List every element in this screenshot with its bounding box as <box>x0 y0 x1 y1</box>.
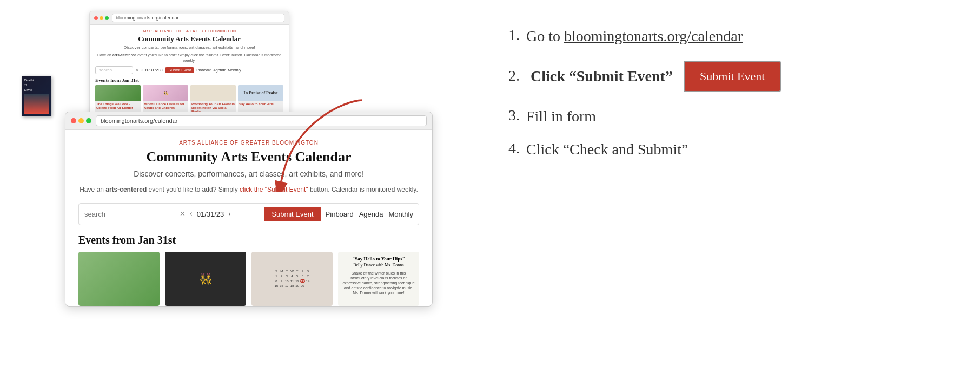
small-browser-content: ARTS ALLIANCE OF GREATER BLOOMINGTON Com… <box>90 25 289 116</box>
small-search-input[interactable]: search <box>95 66 133 74</box>
main-pinboard-btn[interactable]: Pinboard <box>326 210 354 218</box>
cal-d11: 11 <box>290 279 295 283</box>
small-monthly-btn[interactable]: Monthly <box>228 68 241 72</box>
book-cover-text: DeathttoLevia <box>24 78 34 93</box>
small-agenda-btn[interactable]: Agenda <box>213 68 226 72</box>
page-root: bloomingtonarts.org/calendar ARTS ALLIAN… <box>0 0 980 365</box>
small-address-bar[interactable]: bloomingtonarts.org/calendar <box>112 14 284 22</box>
step1-text: Go to bloomingtonarts.org/calendar <box>526 27 743 45</box>
cal-header-f: F <box>300 269 305 273</box>
cal-header-m: M <box>279 269 284 273</box>
cal-d18: 18 <box>290 284 295 288</box>
small-search-bar: search ✕ ‹ 01/31/23 › Submit Event Pinbo… <box>95 66 283 74</box>
main-browser-toolbar: bloomingtonarts.org/calendar <box>65 112 432 130</box>
small-date-nav: ‹ 01/31/23 › <box>141 68 163 73</box>
step4-text: Click “Check and Submit” <box>526 140 688 159</box>
step1-prefix: Go to <box>526 28 564 44</box>
cal-d8: 8 <box>274 279 279 283</box>
instructions-area: 1. Go to bloomingtonarts.org/calendar 2.… <box>498 11 958 159</box>
cal-d4: 4 <box>290 274 295 278</box>
screenshot-area: bloomingtonarts.org/calendar ARTS ALLIAN… <box>22 11 465 307</box>
cal-d2: 2 <box>279 274 284 278</box>
step2-number: 2. <box>508 68 520 84</box>
cal-d6: 6 <box>300 274 305 278</box>
instruction-item-4: 4. Click “Check and Submit” <box>508 140 958 159</box>
cal-d5: 5 <box>295 274 300 278</box>
small-event-card-1: The Things We Love - Upland Plein Air Ex… <box>95 85 141 112</box>
special-card-text: Shake off the winter blues in this intro… <box>342 271 415 295</box>
cal-d13: 13 <box>300 279 305 283</box>
main-events-label: Events from Jan 31st <box>78 234 419 246</box>
main-address-bar[interactable]: bloomingtonarts.org/calendar <box>96 115 427 126</box>
main-clear-icon[interactable]: ✕ <box>180 210 186 218</box>
main-dot-maximize <box>86 118 91 123</box>
main-prev-arrow[interactable]: ‹ <box>190 210 193 218</box>
dot-maximize <box>105 16 109 20</box>
note-arts-centered: arts-centered <box>105 186 147 193</box>
main-view-options: Pinboard Agenda Monthly <box>326 210 413 218</box>
main-org-label: ARTS ALLIANCE OF GREATER BLOOMINGTON <box>78 140 419 146</box>
main-event-card-2: 👯 <box>165 252 246 306</box>
small-pinboard-btn[interactable]: Pinboard <box>196 68 211 72</box>
main-event-card-4: "Say Hello to Your Hips"Belly Dance with… <box>338 252 419 306</box>
step2-label: Click “Submit Event” <box>531 68 673 84</box>
main-next-arrow[interactable]: › <box>228 210 231 218</box>
step3-text: Fill in form <box>526 107 596 126</box>
step3-number: 3. <box>508 107 520 124</box>
step1-number: 1. <box>508 27 520 44</box>
cal-d10: 10 <box>284 279 289 283</box>
main-event-grid: 👯 S M T W T F S 1 2 3 <box>78 252 419 306</box>
small-submit-btn[interactable]: Submit Event <box>165 67 194 73</box>
small-clear-icon[interactable]: ✕ <box>135 68 139 73</box>
main-date-display: 01/31/23 <box>197 210 224 218</box>
cal-d19: 19 <box>295 284 300 288</box>
cal-header-w: W <box>290 269 295 273</box>
note-prefix: Have an <box>80 186 105 193</box>
note-suffix: button. Calendar is monitored weekly. <box>308 186 418 193</box>
small-date-display: 01/31/23 <box>144 68 161 73</box>
small-event-card-3: Promoting Your Art Event in Bloomington … <box>190 85 236 112</box>
cal-header-sa: S <box>306 269 310 273</box>
main-page-subtitle: Discover concerts, performances, art cla… <box>78 170 419 178</box>
main-browser-window: bloomingtonarts.org/calendar ARTS ALLIAN… <box>65 112 433 307</box>
calendar-cells: S M T W T F S 1 2 3 4 5 6 <box>272 267 313 290</box>
main-browser-dots <box>71 118 91 123</box>
small-event-card-2: 👯 Mindful Dance Classes for Adults and C… <box>143 85 188 112</box>
special-card-title: "Say Hello to Your Hips"Belly Dance with… <box>342 256 415 269</box>
main-event-card-3: S M T W T F S 1 2 3 4 5 6 <box>251 252 333 306</box>
main-search-input[interactable] <box>84 210 175 218</box>
cal-d1: 1 <box>274 274 279 278</box>
dot-minimize <box>100 16 103 20</box>
main-page-title: Community Arts Events Calendar <box>78 149 419 165</box>
main-submit-btn[interactable]: Submit Event <box>264 207 321 221</box>
small-browser-dots <box>94 16 109 20</box>
note-click-text: click the "Submit Event" <box>240 186 308 193</box>
small-next-arrow[interactable]: › <box>162 68 163 73</box>
small-prev-arrow[interactable]: ‹ <box>141 68 143 73</box>
instruction-item-1: 1. Go to bloomingtonarts.org/calendar <box>508 27 958 45</box>
small-site-note: Have an arts-centered event you'd like t… <box>95 53 283 63</box>
small-events-label: Events from Jan 31st <box>95 77 283 83</box>
cal-d16: 16 <box>279 284 284 288</box>
cal-d14: 14 <box>306 279 310 283</box>
small-org-label: ARTS ALLIANCE OF GREATER BLOOMINGTON <box>95 29 283 33</box>
submit-event-large-btn[interactable]: Submit Event <box>684 61 781 92</box>
small-event-card-4: In Praise of Praise Say Hello to Your Hi… <box>238 85 283 112</box>
step1-link[interactable]: bloomingtonarts.org/calendar <box>564 28 743 44</box>
small-browser-toolbar: bloomingtonarts.org/calendar <box>90 11 289 25</box>
small-note-prefix: Have an <box>97 53 112 57</box>
instruction-item-3: 3. Fill in form <box>508 107 958 126</box>
cal-d20: 20 <box>300 284 305 288</box>
note-middle: event you'd like to add? Simply <box>147 186 240 193</box>
main-agenda-btn[interactable]: Agenda <box>359 210 383 218</box>
main-browser-content: ARTS ALLIANCE OF GREATER BLOOMINGTON Com… <box>65 130 432 306</box>
small-note-mid: event you'd like to add? Simply click th… <box>136 53 281 62</box>
main-monthly-btn[interactable]: Monthly <box>388 210 413 218</box>
step2-text: Click “Submit Event” <box>531 67 673 86</box>
small-view-btns: Pinboard Agenda Monthly <box>196 68 241 72</box>
main-event-card-1 <box>78 252 160 306</box>
cal-header-t: T <box>284 269 289 273</box>
small-browser-window: bloomingtonarts.org/calendar ARTS ALLIAN… <box>89 11 289 117</box>
cal-d9: 9 <box>279 279 284 283</box>
step4-number: 4. <box>508 140 520 157</box>
